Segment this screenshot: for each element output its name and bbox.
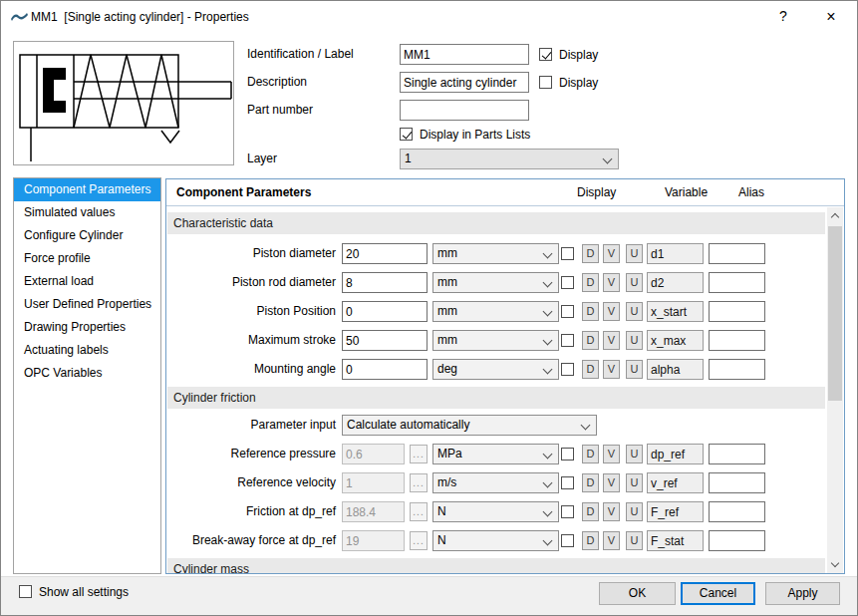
display-u-button[interactable]: U — [626, 473, 643, 492]
display-d-button[interactable]: D — [582, 273, 599, 292]
vertical-scrollbar[interactable] — [827, 207, 843, 573]
sidebar-item[interactable]: Actuating labels — [14, 339, 160, 362]
display-d-button[interactable]: D — [582, 331, 599, 350]
ok-button[interactable]: OK — [599, 582, 676, 605]
display-d-button[interactable]: D — [582, 445, 599, 463]
alias-field[interactable] — [709, 330, 765, 351]
display-u-button[interactable]: U — [626, 445, 643, 463]
parameter-value-input[interactable] — [342, 272, 428, 293]
scroll-down-button[interactable] — [827, 556, 843, 573]
part-number-input[interactable] — [400, 100, 529, 121]
unit-dropdown[interactable]: mm — [432, 243, 559, 264]
alias-field[interactable] — [709, 501, 765, 522]
display-u-button[interactable]: U — [626, 302, 643, 321]
display-checkbox[interactable] — [561, 334, 574, 347]
parameter-value-input[interactable] — [342, 301, 428, 322]
display-checkbox[interactable] — [561, 505, 574, 518]
sidebar-item[interactable]: Force profile — [14, 247, 160, 270]
variable-name-field[interactable] — [647, 243, 704, 264]
alias-field[interactable] — [709, 444, 765, 464]
variable-name-field[interactable] — [647, 330, 704, 351]
display-u-button[interactable]: U — [626, 502, 643, 521]
parameter-value-input[interactable] — [342, 330, 428, 351]
alias-field[interactable] — [709, 301, 765, 322]
unit-dropdown[interactable]: N — [432, 501, 559, 522]
variable-name-field[interactable] — [647, 272, 704, 293]
display-v-button[interactable]: V — [603, 273, 620, 292]
unit-dropdown[interactable]: deg — [432, 359, 559, 380]
alias-field[interactable] — [709, 243, 765, 264]
variable-name-field[interactable] — [647, 472, 704, 493]
display-u-button[interactable]: U — [626, 244, 643, 263]
display-v-button[interactable]: V — [603, 502, 620, 521]
variable-name-field[interactable] — [647, 501, 704, 522]
display-checkbox[interactable] — [561, 363, 574, 376]
display-v-button[interactable]: V — [603, 445, 620, 463]
display-v-button[interactable]: V — [603, 473, 620, 492]
display-d-button[interactable]: D — [582, 360, 599, 379]
variable-name-field[interactable] — [647, 301, 704, 322]
description-input[interactable] — [400, 72, 529, 93]
display-d-button[interactable]: D — [582, 473, 599, 492]
unit-dropdown[interactable]: MPa — [432, 444, 559, 464]
display-checkbox[interactable] — [561, 247, 574, 260]
variable-name-field[interactable] — [647, 444, 704, 464]
alias-field[interactable] — [709, 472, 765, 493]
unit-dropdown[interactable]: mm — [432, 272, 559, 293]
cancel-button[interactable]: Cancel — [681, 582, 755, 605]
layer-dropdown[interactable]: 1 — [400, 149, 619, 169]
parameter-value-input[interactable] — [342, 530, 405, 551]
scroll-up-button[interactable] — [827, 207, 843, 224]
parts-list-checkbox[interactable] — [400, 128, 413, 141]
ellipsis-button[interactable]: ... — [410, 531, 428, 550]
parameter-value-input[interactable] — [342, 472, 405, 493]
display-checkbox[interactable] — [561, 534, 574, 547]
display-v-button[interactable]: V — [603, 360, 620, 379]
display-v-button[interactable]: V — [603, 531, 620, 550]
unit-dropdown[interactable]: mm — [432, 330, 559, 351]
close-button[interactable]: × — [812, 1, 850, 32]
display-v-button[interactable]: V — [603, 302, 620, 321]
alias-field[interactable] — [709, 359, 765, 380]
display-d-button[interactable]: D — [582, 531, 599, 550]
scrollbar-thumb[interactable] — [828, 226, 842, 401]
alias-field[interactable] — [709, 530, 765, 551]
display-checkbox[interactable] — [561, 448, 574, 461]
help-button[interactable]: ? — [764, 1, 802, 32]
display-d-button[interactable]: D — [582, 244, 599, 263]
sidebar-item[interactable]: OPC Variables — [14, 362, 160, 385]
variable-name-field[interactable] — [647, 359, 704, 380]
alias-field[interactable] — [709, 272, 765, 293]
sidebar-item[interactable]: Drawing Properties — [14, 316, 160, 339]
display-checkbox[interactable] — [561, 276, 574, 289]
display-d-button[interactable]: D — [582, 502, 599, 521]
sidebar-item[interactable]: User Defined Properties — [14, 293, 160, 316]
parameter-value-input[interactable] — [342, 243, 428, 264]
identification-input[interactable] — [400, 44, 529, 65]
sidebar-item[interactable]: External load — [14, 270, 160, 293]
apply-button[interactable]: Apply — [765, 582, 840, 605]
sidebar-item[interactable]: Component Parameters — [14, 178, 160, 201]
display-checkbox[interactable] — [561, 305, 574, 318]
parameter-value-input[interactable] — [342, 501, 405, 522]
display-v-button[interactable]: V — [603, 244, 620, 263]
unit-dropdown[interactable]: m/s — [432, 472, 559, 493]
identification-display-checkbox[interactable] — [539, 48, 552, 61]
parameter-choice-dropdown[interactable]: Calculate automatically — [342, 415, 597, 436]
parameter-value-input[interactable] — [342, 444, 405, 464]
display-u-button[interactable]: U — [626, 360, 643, 379]
ellipsis-button[interactable]: ... — [410, 502, 428, 521]
ellipsis-button[interactable]: ... — [410, 445, 428, 463]
unit-dropdown[interactable]: N — [432, 530, 559, 551]
display-v-button[interactable]: V — [603, 331, 620, 350]
parameter-value-input[interactable] — [342, 359, 428, 380]
display-u-button[interactable]: U — [626, 273, 643, 292]
unit-dropdown[interactable]: mm — [432, 301, 559, 322]
description-display-checkbox[interactable] — [539, 76, 552, 89]
ellipsis-button[interactable]: ... — [410, 473, 428, 492]
display-checkbox[interactable] — [561, 476, 574, 489]
display-u-button[interactable]: U — [626, 331, 643, 350]
variable-name-field[interactable] — [647, 530, 704, 551]
sidebar-item[interactable]: Simulated values — [14, 201, 160, 224]
display-d-button[interactable]: D — [582, 302, 599, 321]
